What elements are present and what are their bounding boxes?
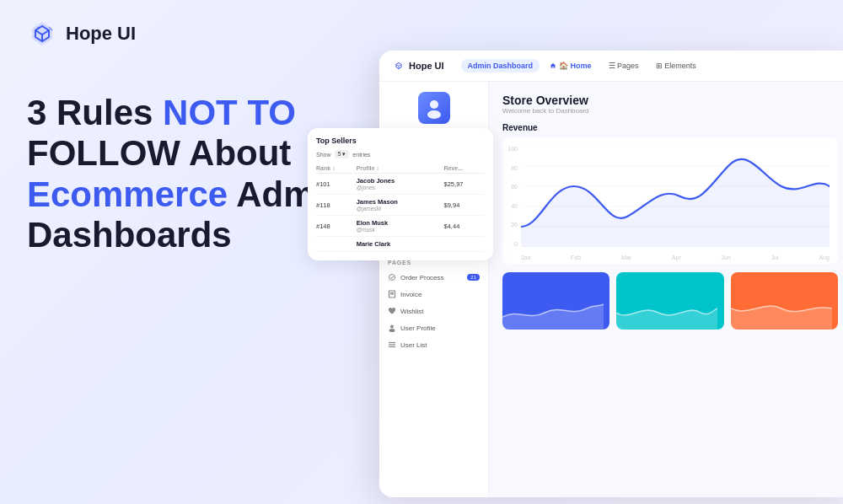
- sidebar-item-order-process[interactable]: Order Process 21: [379, 269, 488, 286]
- sidebar-label-wishlist: Wishlist: [400, 308, 424, 315]
- mockup-topbar: Hope UI Admin Dashboard 🏠 Home ☰ Pages ⊞…: [379, 51, 843, 82]
- svg-point-14: [389, 275, 395, 281]
- table-row: #118 James Mason @jamesM $9,94: [316, 195, 485, 216]
- col-rank: Rank ↕: [316, 164, 357, 174]
- store-overview-subtitle: Welcome back to Dashboard: [502, 107, 838, 115]
- y-label-0: 0: [514, 241, 518, 247]
- y-label-60: 60: [511, 184, 518, 190]
- profile-marie: Marie Clark: [357, 237, 444, 252]
- sidebar-item-user-profile[interactable]: User Profile: [379, 319, 488, 336]
- chart-y-labels: 100 80 60 40 20 0: [502, 146, 521, 247]
- x-mar: Mar: [621, 255, 631, 260]
- x-jan: Jan: [521, 255, 530, 260]
- sidebar-label-order: Order Process: [400, 274, 444, 281]
- chart-svg-area: [521, 146, 830, 247]
- rank-empty: [316, 237, 357, 252]
- table-row: #148 Elon Musk @musk $4,44: [316, 216, 485, 237]
- hero-title-part1: 3 Rules: [27, 93, 163, 132]
- col-profile: Profile ↕: [357, 164, 444, 174]
- mockup-nav: Admin Dashboard 🏠 Home ☰ Pages ⊞ Element…: [461, 59, 838, 72]
- top-sellers-panel: Top Sellers Show 5 ▾ entries Rank ↕ Prof…: [308, 128, 493, 260]
- y-label-40: 40: [511, 203, 518, 209]
- avatar: [418, 92, 450, 124]
- top-sellers-controls: Show 5 ▾ entries: [316, 150, 485, 158]
- store-overview-title: Store Overview: [502, 94, 838, 107]
- mockup-main-content: Store Overview Welcome back to Dashboard…: [489, 82, 843, 497]
- revenue-label: Revenue: [502, 123, 838, 132]
- revenue-chart: 100 80 60 40 20 0: [502, 137, 838, 264]
- show-label: Show: [316, 152, 331, 158]
- x-jul: Jul: [771, 255, 779, 260]
- y-label-20: 20: [511, 222, 518, 228]
- stat-card-orange: [731, 272, 838, 330]
- top-sellers-table: Rank ↕ Profile ↕ Reve... #101 Jacob Jone…: [316, 164, 485, 252]
- dashboard-mockup: Hope UI Admin Dashboard 🏠 Home ☰ Pages ⊞…: [379, 51, 843, 497]
- stat-card-blue: [502, 272, 609, 330]
- revenue-marie: [444, 237, 485, 252]
- order-badge: 21: [467, 274, 480, 281]
- logo-text: Hope UI: [66, 23, 136, 45]
- nav-home[interactable]: 🏠 Home: [543, 59, 599, 72]
- rank-101: #101: [316, 174, 357, 195]
- x-jun: Jun: [722, 255, 731, 260]
- top-sellers-title: Top Sellers: [316, 137, 485, 145]
- mockup-logo-text: Hope UI: [409, 61, 444, 71]
- svg-point-0: [430, 100, 438, 109]
- rank-118: #118: [316, 195, 357, 216]
- sidebar-label-invoice: Invoice: [400, 291, 422, 298]
- rank-148: #148: [316, 216, 357, 237]
- table-row: Marie Clark: [316, 237, 485, 252]
- svg-point-19: [389, 329, 395, 332]
- revenue-148: $4,44: [444, 216, 485, 237]
- sidebar-label-user-profile: User Profile: [400, 324, 436, 332]
- stat-card-teal: [616, 272, 723, 330]
- profile-james: James Mason @jamesM: [357, 195, 444, 216]
- x-aug: Aug: [819, 255, 829, 260]
- x-apr: Apr: [672, 255, 681, 260]
- table-row: #101 Jacob Jones @jones $25,97: [316, 174, 485, 195]
- entries-label: entries: [352, 152, 370, 158]
- hope-ui-logo-icon: [27, 19, 57, 49]
- svg-point-18: [390, 325, 394, 329]
- show-select[interactable]: 5 ▾: [335, 150, 350, 158]
- x-feb: Feb: [571, 255, 581, 260]
- revenue-101: $25,97: [444, 174, 485, 195]
- pages-section-label: PAGES: [379, 260, 488, 265]
- revenue-118: $9,94: [444, 195, 485, 216]
- nav-badge: Admin Dashboard: [461, 59, 540, 72]
- nav-elements[interactable]: ⊞ Elements: [649, 59, 703, 72]
- sidebar-item-user-list[interactable]: User List: [379, 336, 488, 353]
- y-label-80: 80: [511, 165, 518, 171]
- sidebar-label-user-list: User List: [400, 341, 427, 349]
- profile-elon: Elon Musk @musk: [357, 216, 444, 237]
- col-revenue: Reve...: [444, 164, 485, 174]
- svg-point-1: [427, 110, 441, 119]
- mockup-logo: Hope UI: [393, 60, 444, 72]
- chart-x-labels: Jan Feb Mar Apr Jun Jul Aug: [521, 255, 830, 260]
- hero-title-highlight2: Ecommerce: [27, 174, 228, 214]
- sidebar-item-invoice[interactable]: Invoice: [379, 286, 488, 303]
- hero-title-highlight1: NOT TO: [163, 93, 296, 132]
- sidebar-item-wishlist[interactable]: Wishlist: [379, 303, 488, 319]
- profile-jacob: Jacob Jones @jones: [357, 174, 444, 195]
- y-label-100: 100: [507, 146, 518, 152]
- bottom-stat-cards: [502, 272, 838, 330]
- hero-title-part2: FOLLOW About: [27, 133, 291, 173]
- nav-pages[interactable]: ☰ Pages: [602, 59, 646, 72]
